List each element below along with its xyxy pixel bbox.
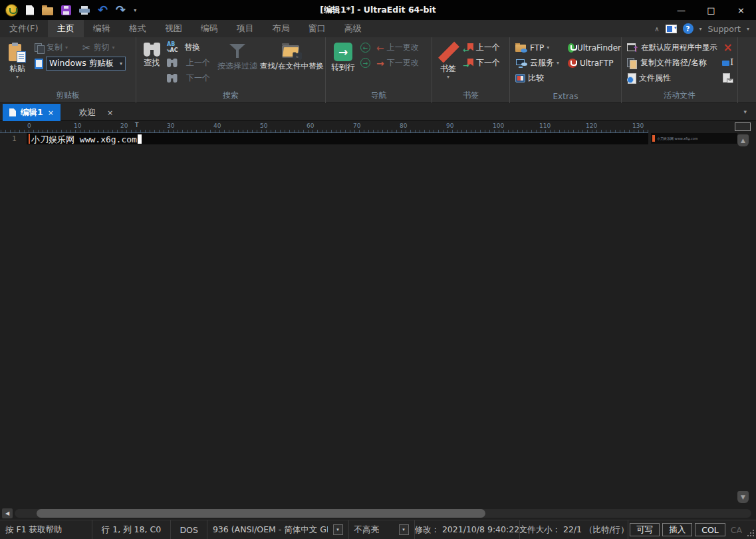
ultraedit-logo-icon[interactable] <box>5 4 18 17</box>
tab-edit1[interactable]: 编辑1 × <box>3 104 61 121</box>
ribbon-tab-home[interactable]: 主页 <box>48 20 84 37</box>
clipboard-selector[interactable]: Windows 剪贴板 ▾ <box>46 57 126 71</box>
modified-line-indicator <box>29 134 30 144</box>
collapse-ribbon-icon[interactable]: ∧ <box>654 25 659 33</box>
vertical-scrollbar-thumb[interactable] <box>735 122 751 131</box>
status-line-ending[interactable]: DOS <box>171 520 207 539</box>
find-in-files-icon <box>282 43 302 60</box>
replace-button[interactable]: AB⤷AC 替换 <box>167 40 216 55</box>
group-search: 查找 AB⤷AC 替换 上一个 下一个 <box>136 37 326 103</box>
bookmark-button[interactable]: 书签 ▾ <box>432 40 464 79</box>
find-next-icon <box>167 74 178 83</box>
maximize-button[interactable]: □ <box>696 0 726 20</box>
next-bookmark-button[interactable]: → 下一个 <box>464 55 508 71</box>
group-label-search: 搜索 <box>136 90 325 101</box>
email-file-button[interactable] <box>723 71 733 86</box>
support-dropdown-icon[interactable]: ▾ <box>747 26 749 32</box>
find-button[interactable]: 查找 <box>136 40 167 86</box>
resize-grip[interactable] <box>746 528 754 536</box>
next-change-label: 下一更改 <box>387 57 419 69</box>
tab-welcome-close-icon[interactable]: × <box>107 108 113 117</box>
group-bookmarks: 书签 ▾ ← 上一个 → 下一个 书签 <box>432 37 510 103</box>
ribbon-right-cluster: ∧ ? ▾ Support ▾ <box>654 20 756 37</box>
ruler-mark: 40 <box>213 122 221 129</box>
ribbon-tab-coding[interactable]: 编码 <box>191 20 227 37</box>
copy-file-path-button[interactable]: 复制文件路径/名称 <box>627 55 720 71</box>
file-properties-icon <box>627 73 636 83</box>
print-icon[interactable] <box>79 6 90 15</box>
horizontal-scrollbar[interactable]: ◀ <box>0 507 756 520</box>
close-button[interactable]: × <box>726 0 756 20</box>
status-writable-toggle[interactable]: 可写 <box>630 523 660 536</box>
ribbon-tab-file[interactable]: 文件(F) <box>0 20 48 37</box>
status-insert-mode-toggle[interactable]: 插入 <box>662 523 692 536</box>
document-text[interactable]: 小刀娱乐网 www.x6g.com <box>31 134 142 146</box>
redo-icon[interactable]: ↷ <box>116 5 126 15</box>
goto-line-button[interactable]: → 转到行 <box>326 40 360 72</box>
file-properties-button[interactable]: 文件属性 <box>627 71 720 86</box>
tab-welcome-label: 欢迎 <box>79 107 96 118</box>
show-in-default-app-button[interactable]: ↑ 在默认应用程序中显示 <box>627 40 720 55</box>
minimap[interactable]: 小刀娱乐网 www.x6g.com <box>651 133 737 144</box>
text-caret <box>138 134 142 144</box>
ribbon-tab-format[interactable]: 格式 <box>120 20 156 37</box>
close-file-button[interactable]: × <box>723 40 732 55</box>
ribbon-tab-view[interactable]: 视图 <box>156 20 191 37</box>
minimap-cursor <box>652 135 655 142</box>
status-encoding-value: 936 (ANSI/OEM - 简体中文 GBK) <box>213 524 328 536</box>
customize-qat-icon[interactable]: ▾ <box>134 7 136 13</box>
ribbon-tab-advanced[interactable]: 高级 <box>335 20 371 37</box>
rename-file-button[interactable]: I <box>722 55 733 71</box>
tab-edit1-close-icon[interactable]: × <box>48 108 54 117</box>
previous-bookmark-button[interactable]: ← 上一个 <box>464 40 508 55</box>
ftp-button[interactable]: FTP ▾ <box>515 40 568 55</box>
goto-line-label: 转到行 <box>331 63 355 72</box>
new-file-icon[interactable] <box>26 5 34 15</box>
find-replace-in-files-button[interactable]: 查找/在文件中替换 <box>259 40 325 86</box>
scroll-up-badge-icon[interactable]: ▲ <box>737 134 749 146</box>
ribbon-tab-edit[interactable]: 编辑 <box>84 20 120 37</box>
ribbon-tab-window[interactable]: 窗口 <box>299 20 335 37</box>
tab-welcome[interactable]: 欢迎 × <box>72 104 120 121</box>
cut-dropdown-icon: ▾ <box>112 45 115 51</box>
save-icon[interactable] <box>61 5 71 15</box>
group-label-navigation: 导航 <box>326 90 432 101</box>
status-column-mode-toggle[interactable]: COL <box>695 523 725 536</box>
status-syntax-highlight[interactable]: 不高亮 ▾ <box>349 520 415 539</box>
compare-button[interactable]: 比较 <box>515 71 568 86</box>
open-file-icon[interactable] <box>42 7 53 15</box>
paste-button[interactable]: 粘贴 ▾ <box>0 40 35 79</box>
find-previous-button: 上一个 <box>167 55 216 71</box>
document-tab-bar: 编辑1 × 欢迎 × ▾ <box>0 103 756 121</box>
ruler-mark: 60 <box>307 122 314 129</box>
cut-icon: ✂ <box>82 43 91 53</box>
status-encoding[interactable]: 936 (ANSI/OEM - 简体中文 GBK) ▾ <box>207 520 349 539</box>
support-menu[interactable]: Support <box>708 24 741 34</box>
ribbon-display-options-icon[interactable] <box>666 25 677 33</box>
tab-edit1-label: 编辑1 <box>21 107 43 118</box>
undo-icon[interactable]: ↶ <box>98 5 108 15</box>
help-icon[interactable]: ? <box>683 23 693 34</box>
scroll-left-button[interactable]: ◀ <box>2 508 13 518</box>
highlight-dropdown-icon[interactable]: ▾ <box>399 524 409 535</box>
cloud-services-button[interactable]: 云服务 ▾ <box>515 55 568 71</box>
ruler-mark: 10 <box>74 122 81 129</box>
copy-label: 复制 <box>47 42 63 53</box>
clipboard-selector-dropdown-icon[interactable]: ▾ <box>120 61 122 67</box>
close-file-icon: × <box>723 43 732 53</box>
tab-list-dropdown-icon[interactable]: ▾ <box>743 108 747 115</box>
hscroll-thumb[interactable] <box>37 509 485 518</box>
ultraftp-button[interactable]: UltraFTP <box>568 55 621 71</box>
encoding-dropdown-icon[interactable]: ▾ <box>333 524 343 535</box>
show-in-default-app-label: 在默认应用程序中显示 <box>641 43 717 53</box>
editor-area[interactable]: T 0102030405060708090100110120130 1 小刀娱乐… <box>0 121 756 507</box>
ribbon-tab-layout[interactable]: 布局 <box>263 20 299 37</box>
clipboard-selector-icon[interactable] <box>35 59 43 69</box>
scroll-down-badge-icon[interactable]: ▼ <box>737 491 749 503</box>
status-caret-position[interactable]: 行 1, 列 18, C0 <box>92 520 172 539</box>
minimize-button[interactable]: — <box>666 0 696 20</box>
help-dropdown-icon[interactable]: ▾ <box>699 26 702 32</box>
filter-by-selection-button: 按选择过滤 <box>216 40 259 86</box>
ribbon-tab-project[interactable]: 项目 <box>227 20 263 37</box>
ultrafinder-button[interactable]: UltraFinder <box>568 40 621 55</box>
